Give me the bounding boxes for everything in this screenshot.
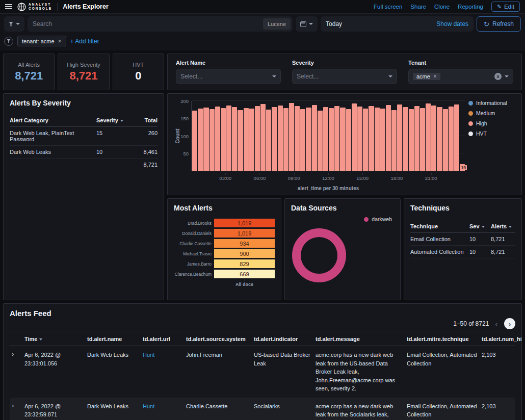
histogram-bar[interactable] [323,107,328,171]
histogram-bar[interactable] [443,109,448,171]
full-screen-link[interactable]: Full screen [374,4,402,10]
histogram-bar[interactable] [283,108,288,171]
histogram-bar[interactable] [357,107,362,171]
most-alerts-bar[interactable]: 900 [214,249,275,258]
query-language-button[interactable]: Lucene [263,18,291,30]
histogram-bar[interactable] [380,109,385,171]
histogram-bar[interactable] [369,106,374,171]
histogram-bar[interactable] [340,108,345,171]
histogram-bar[interactable] [352,103,357,171]
close-icon[interactable] [58,38,62,44]
edit-button[interactable]: Edit [491,2,520,12]
data-sources-donut[interactable] [292,228,346,282]
histogram-bar[interactable] [426,103,431,171]
col-severity[interactable]: Severity [96,117,128,123]
search-input[interactable] [33,20,260,28]
most-alerts-bar[interactable]: 829 [214,259,275,268]
col-sev[interactable]: Sev [469,223,491,229]
legend-item[interactable]: HVT [468,130,515,137]
hunt-link[interactable]: Hunt [143,402,183,420]
col-message[interactable]: td.alert.message [316,336,404,342]
histogram-bar[interactable] [215,107,220,171]
histogram-bar[interactable] [300,109,305,171]
histogram-bar[interactable] [244,108,249,171]
histogram-plot[interactable]: 5010015020019 [191,101,465,171]
histogram-bar[interactable] [198,109,203,171]
histogram-bar[interactable] [437,107,442,171]
histogram-bar[interactable] [403,107,408,171]
histogram-bar[interactable] [318,111,323,171]
histogram-bar[interactable] [272,107,277,171]
histogram-bar[interactable] [409,109,414,171]
menu-icon[interactable] [5,4,12,9]
clear-selection-icon[interactable] [494,73,502,80]
histogram-bar[interactable] [414,106,419,171]
histogram-bar[interactable] [306,108,311,171]
filter-pill-tenant-acme[interactable]: tenant: acme [17,36,66,46]
col-num-hits[interactable]: td.alert.num_hits [482,336,515,342]
histogram-bar[interactable] [346,109,351,171]
severity-select[interactable]: Select... [292,69,397,84]
col-alert-category[interactable]: Alert Category [10,117,96,123]
date-value[interactable]: Today [326,20,342,28]
most-alerts-bar[interactable]: 1,019 [214,229,275,238]
pagination-next-button[interactable] [504,318,515,329]
histogram-bar[interactable] [397,104,402,171]
histogram-bar[interactable] [278,106,283,171]
histogram-bar[interactable] [260,104,266,171]
add-filter-link[interactable]: + Add filter [70,38,99,45]
col-alerts[interactable]: Alerts [491,223,515,229]
alert-name-select[interactable]: Select... [176,69,281,84]
show-dates-link[interactable]: Show dates [436,20,468,28]
col-total[interactable]: Total [128,117,158,123]
histogram-bar[interactable] [238,110,243,171]
histogram-bar[interactable] [431,106,436,171]
most-alerts-bar[interactable]: 934 [214,239,275,248]
histogram-bar[interactable] [232,107,237,171]
legend-item[interactable]: Informational [468,100,515,106]
histogram-bar[interactable] [289,103,294,171]
histogram-bar[interactable] [375,108,380,171]
histogram-bar[interactable] [391,110,397,171]
date-picker-button[interactable] [296,16,318,32]
clone-link[interactable]: Clone [434,4,450,10]
histogram-bar[interactable] [221,108,226,171]
share-link[interactable]: Share [410,4,426,10]
histogram-bar[interactable] [203,108,208,171]
histogram-bar[interactable] [334,106,339,171]
most-alerts-bar[interactable]: 669 [214,270,275,278]
histogram-bar[interactable] [226,106,231,171]
tenant-chip-acme[interactable]: acme [413,73,440,80]
histogram-bar[interactable] [192,111,197,171]
col-technique[interactable]: Technique [410,223,469,229]
close-icon[interactable] [433,73,437,80]
col-time[interactable]: Time [24,336,85,342]
histogram-bar[interactable] [255,106,260,171]
expand-row-icon[interactable] [10,402,22,420]
refresh-button[interactable]: Refresh [477,16,521,32]
col-indicator[interactable]: td.alert.indicator [254,336,313,342]
most-alerts-bar[interactable]: 1,019 [214,219,275,227]
expand-row-icon[interactable] [10,351,22,393]
reporting-link[interactable]: Reporting [458,4,483,10]
tenant-select[interactable]: acme [408,69,513,84]
histogram-bar[interactable] [449,107,454,171]
histogram-bar[interactable] [209,109,215,171]
app-logo[interactable]: ANALYST CONSOLE [17,3,52,11]
legend-item[interactable]: Medium [468,110,515,116]
histogram-bar[interactable] [312,105,317,171]
saved-query-button[interactable] [4,16,24,32]
histogram-bar[interactable] [454,104,459,171]
histogram-bar[interactable] [363,109,368,171]
histogram-bar[interactable] [266,110,271,171]
histogram-bar[interactable] [420,108,425,171]
legend-item[interactable]: darkweb [364,216,392,222]
col-mitre-technique[interactable]: td.alert.mitre.technique [407,336,479,342]
hunt-link[interactable]: Hunt [143,351,183,393]
pagination-prev-button[interactable] [495,320,498,328]
histogram-bar[interactable] [249,109,254,171]
legend-item[interactable]: High [468,120,515,126]
histogram-bar[interactable] [295,106,300,171]
histogram-bar[interactable] [329,108,334,171]
filter-menu-icon[interactable] [4,37,13,46]
